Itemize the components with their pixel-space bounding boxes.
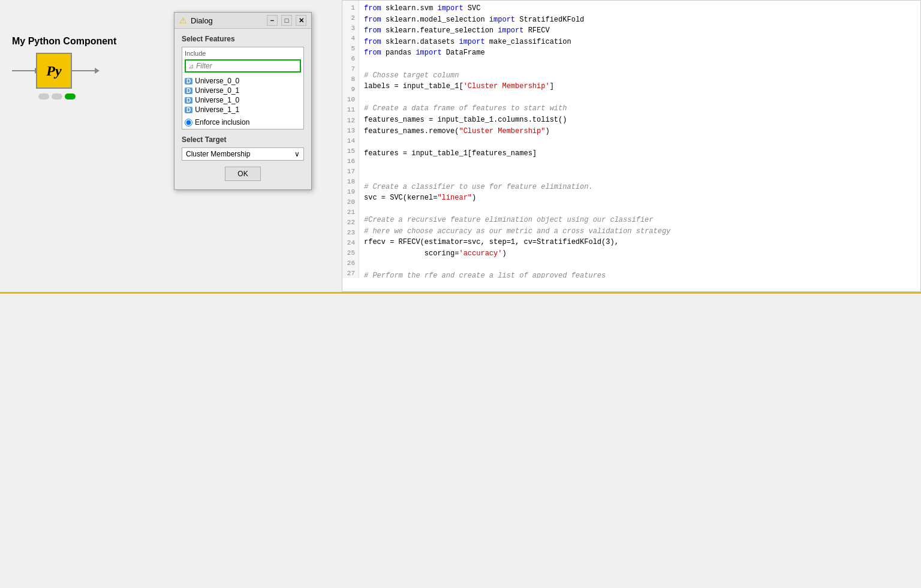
feature-type-0: D <box>185 78 192 85</box>
python-dialog: ⚠ Dialog − □ ✕ Select Features Include ⊿… <box>174 12 312 190</box>
feature-name-3: Universe_1_1 <box>195 105 239 114</box>
filter-box: ⊿ <box>185 59 301 73</box>
feature-item-0[interactable]: D Universe_0_0 <box>185 76 301 86</box>
python-status-dot-2 <box>52 94 62 99</box>
python-component-title: My Python Component <box>12 36 150 47</box>
python-status-dot-1 <box>38 94 49 99</box>
python-dialog-content: Select Features Include ⊿ D Universe_0_0… <box>174 29 311 189</box>
select-target-label: Select Target <box>182 135 304 144</box>
python-code-body: 1234567891011121314151617181920212223242… <box>342 1 920 278</box>
dialog-minimize-btn[interactable]: − <box>267 15 278 26</box>
python-status-dot-3 <box>65 94 76 99</box>
feature-item-1[interactable]: D Universe_0_1 <box>185 86 301 95</box>
feature-name-0: Universe_0_0 <box>195 77 239 85</box>
enforce-inclusion-label: Enforce inclusion <box>195 118 249 126</box>
target-dropdown[interactable]: Cluster Membership ∨ <box>182 147 304 161</box>
dropdown-chevron: ∨ <box>294 150 300 158</box>
feature-item-2[interactable]: D Universe_1_0 <box>185 95 301 105</box>
dialog-maximize-btn[interactable]: □ <box>281 15 292 26</box>
dialog-close-btn[interactable]: ✕ <box>296 15 306 26</box>
python-component: My Python Component Py <box>12 36 150 99</box>
feature-name-2: Universe_1_0 <box>195 96 239 104</box>
python-connector-right <box>72 70 96 71</box>
include-box: Include ⊿ D Universe_0_0 D Universe_0_1 <box>182 47 304 129</box>
python-dialog-title: Dialog <box>191 16 263 25</box>
dialog-warning-icon: ⚠ <box>179 16 187 25</box>
enforce-inclusion-row: Enforce inclusion <box>185 118 301 126</box>
python-line-numbers: 1234567891011121314151617181920212223242… <box>342 1 359 278</box>
feature-type-1: D <box>185 88 192 94</box>
top-section: My Python Component Py ⚠ Dialog − □ ✕ Se… <box>0 0 921 294</box>
enforce-inclusion-radio[interactable] <box>185 119 192 126</box>
filter-input[interactable] <box>196 62 297 70</box>
feature-type-2: D <box>185 97 192 104</box>
python-status <box>38 94 150 99</box>
python-node-box[interactable]: Py <box>36 53 72 89</box>
feature-type-3: D <box>185 107 192 113</box>
python-connector-left <box>12 70 36 71</box>
python-dialog-titlebar: ⚠ Dialog − □ ✕ <box>174 13 311 29</box>
python-node-label: Py <box>46 63 61 79</box>
select-target-section: Select Target Cluster Membership ∨ <box>182 135 304 161</box>
python-node-row: Py <box>12 53 150 89</box>
python-ok-button[interactable]: OK <box>225 167 260 181</box>
python-code-content[interactable]: from sklearn.svm import SVCfrom sklearn.… <box>359 1 920 278</box>
python-code-panel: 1234567891011121314151617181920212223242… <box>342 0 921 292</box>
filter-icon: ⊿ <box>188 62 194 70</box>
select-features-label: Select Features <box>182 35 304 43</box>
bottom-section: My R Component R ⚠ Dialog − □ ✕ Select C… <box>0 294 921 588</box>
target-value: Cluster Membership <box>186 150 250 158</box>
include-label: Include <box>185 50 301 57</box>
feature-name-1: Universe_0_1 <box>195 86 239 95</box>
feature-list: D Universe_0_0 D Universe_0_1 D Universe… <box>185 76 301 114</box>
feature-item-3[interactable]: D Universe_1_1 <box>185 105 301 114</box>
